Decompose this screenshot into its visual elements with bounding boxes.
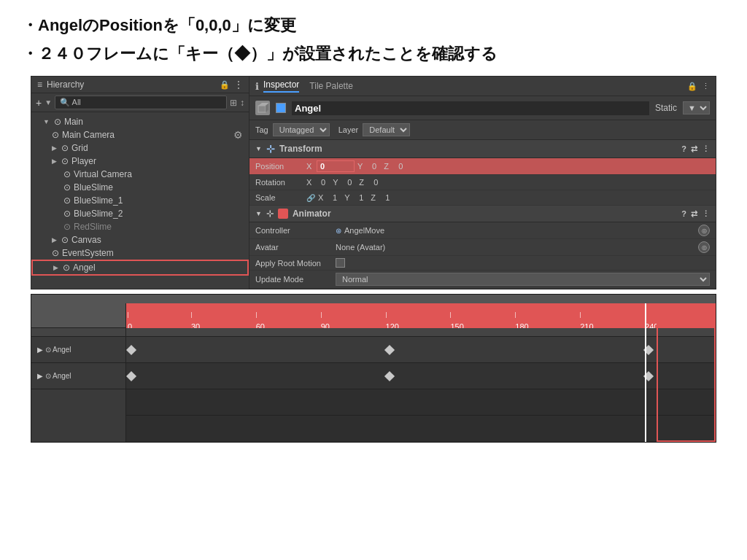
layer-label: Layer [338, 125, 359, 134]
y-axis-label: Y [333, 178, 340, 187]
more-icon[interactable]: ⋮ [234, 79, 243, 90]
expand-arrow: ▶ [53, 264, 58, 271]
controller-select-btn[interactable]: ◎ [698, 225, 710, 236]
transform-icon: ⊹ [266, 143, 275, 155]
controller-row: Controller ⊛ AngelMove ◎ [249, 222, 716, 239]
rotation-y-value: 0 [343, 177, 356, 187]
item-label: BlueSlime_2 [74, 209, 123, 219]
hierarchy-header: ≡ Hierarchy 🔒 ⋮ [31, 77, 249, 93]
gear-icon: ⚙ [233, 129, 243, 141]
object-icon: ⊙ [52, 130, 59, 140]
item-label: BlueSlime [74, 182, 113, 192]
keyframe-1-120 [384, 344, 394, 354]
y-axis-label: Y [344, 193, 352, 202]
scale-x-value: 1 [328, 192, 341, 203]
object-icon: ⊙ [63, 169, 71, 179]
more-icon[interactable]: ⋮ [702, 209, 710, 219]
tree-item-blueslime[interactable]: ⊙ BlueSlime [31, 181, 249, 194]
scale-xyz: 🔗 X 1 Y 1 Z 1 [306, 192, 710, 203]
more-icon[interactable]: ⋮ [702, 144, 710, 154]
add-button[interactable]: + [36, 97, 42, 109]
ruler-mark-0: 0 [128, 322, 132, 328]
hierarchy-toolbar: + ▼ 🔍 All ⊞ ↕ [31, 93, 249, 112]
item-label: Canvas [71, 235, 101, 245]
animator-title: Animator [293, 209, 331, 219]
tree-item-main-camera[interactable]: ⊙ Main Camera ⚙ [31, 128, 249, 141]
item-label: Grid [71, 143, 88, 153]
position-x-input[interactable]: 0 [317, 160, 355, 172]
hierarchy-tree: ▼ ⊙ Main ⊙ Main Camera ⚙ ▶ ⊙ Grid [31, 112, 249, 279]
more-icon[interactable]: ⋮ [702, 82, 710, 91]
item-label: Player [71, 156, 96, 166]
keyframe-1-0 [126, 344, 136, 354]
playhead-line [645, 303, 646, 442]
tree-item-player[interactable]: ▶ ⊙ Player [31, 155, 249, 168]
tag-label: Tag [255, 125, 268, 134]
update-mode-label: Update Mode [255, 275, 336, 284]
inspector-panel: ℹ Inspector Tile Palette 🔒 ⋮ Angel Stati… [249, 76, 716, 289]
avatar-select-btn[interactable]: ◎ [698, 241, 710, 253]
layer-dropdown[interactable]: Default [363, 123, 410, 136]
item-label: RedSlime [74, 222, 112, 232]
ruler-mark-210: 210 [580, 322, 593, 328]
tab-inspector[interactable]: Inspector [263, 79, 299, 93]
item-label: Virtual Camera [74, 169, 132, 179]
track-3 [126, 389, 716, 416]
ruler-mark-120: 120 [386, 322, 399, 328]
search-box[interactable]: 🔍 All [55, 96, 227, 109]
tree-item-canvas[interactable]: ▶ ⊙ Canvas [31, 233, 249, 246]
animator-color-icon [278, 209, 288, 219]
tree-item-eventsystem[interactable]: ⊙ EventSystem [31, 246, 249, 260]
static-dropdown[interactable]: ▼ [683, 101, 710, 114]
object-icon: ⊙ [61, 143, 69, 153]
expand-arrow: ▼ [43, 118, 50, 125]
filter-icon[interactable]: ⊞ [230, 98, 237, 108]
object-header: Angel Static ▼ [249, 96, 716, 120]
x-axis-label: X [306, 178, 314, 187]
tree-item-blueslime1[interactable]: ⊙ BlueSlime_1 [31, 194, 249, 207]
active-checkbox[interactable] [276, 103, 286, 113]
track2-label: ▶ ⊙ Angel [37, 372, 71, 380]
object-icon: ⊙ [61, 235, 69, 245]
help-icon[interactable]: ? [681, 144, 686, 153]
tree-item-blueslime2[interactable]: ⊙ BlueSlime_2 [31, 207, 249, 220]
expand-arrow: ▼ [255, 210, 262, 217]
help-icon[interactable]: ? [681, 209, 686, 218]
controller-value: ⊛ AngelMove ◎ [336, 225, 710, 236]
settings-icon[interactable]: ⇄ [691, 144, 697, 154]
expand-arrow: ▶ [52, 236, 57, 244]
update-mode-dropdown[interactable]: Normal [336, 273, 710, 286]
timeline-ruler[interactable]: 0 30 60 90 120 150 180 210 240 [126, 303, 716, 328]
lock-icon[interactable]: 🔒 [687, 82, 697, 91]
tree-item-redslime[interactable]: ⊙ RedSlime [31, 220, 249, 233]
x-axis-label: X [318, 193, 325, 202]
track1-label: ▶ ⊙ Angel [37, 346, 71, 354]
position-y-value: 0 [368, 161, 381, 171]
link-icon: 🔗 [306, 194, 315, 202]
apply-root-motion-checkbox[interactable] [336, 258, 345, 268]
y-axis-label: Y [357, 162, 365, 171]
settings-icon[interactable]: ⇄ [691, 209, 697, 219]
sort-icon[interactable]: ↕ [240, 98, 244, 108]
tree-item-grid[interactable]: ▶ ⊙ Grid [31, 141, 249, 155]
tree-item-virtual-camera[interactable]: ⊙ Virtual Camera [31, 168, 249, 181]
object-name-input[interactable]: Angel [292, 101, 649, 115]
position-label: Position [255, 162, 306, 171]
tab-tile-palette[interactable]: Tile Palette [309, 81, 353, 91]
tag-dropdown[interactable]: Untagged [273, 123, 330, 136]
tree-item-main[interactable]: ▼ ⊙ Main [31, 115, 249, 128]
track-1 [126, 337, 716, 363]
track-2 [126, 363, 716, 389]
ruler-mark-60: 60 [256, 322, 265, 328]
timeline-sidebar: ▶ ⊙ Angel ▶ ⊙ Angel [31, 303, 126, 442]
svg-rect-0 [258, 106, 266, 112]
avatar-text: None (Avatar) [336, 243, 385, 252]
object-cube-icon [255, 101, 270, 115]
update-mode-value: Normal [336, 273, 710, 286]
animator-icon: ⊹ [266, 209, 274, 219]
item-label: Angel [73, 262, 96, 273]
position-z-value: 0 [394, 161, 407, 171]
lock-icon[interactable]: 🔒 [220, 80, 230, 90]
tree-item-angel[interactable]: ▶ ⊙ Angel [31, 260, 249, 276]
scale-label: Scale [255, 193, 306, 202]
